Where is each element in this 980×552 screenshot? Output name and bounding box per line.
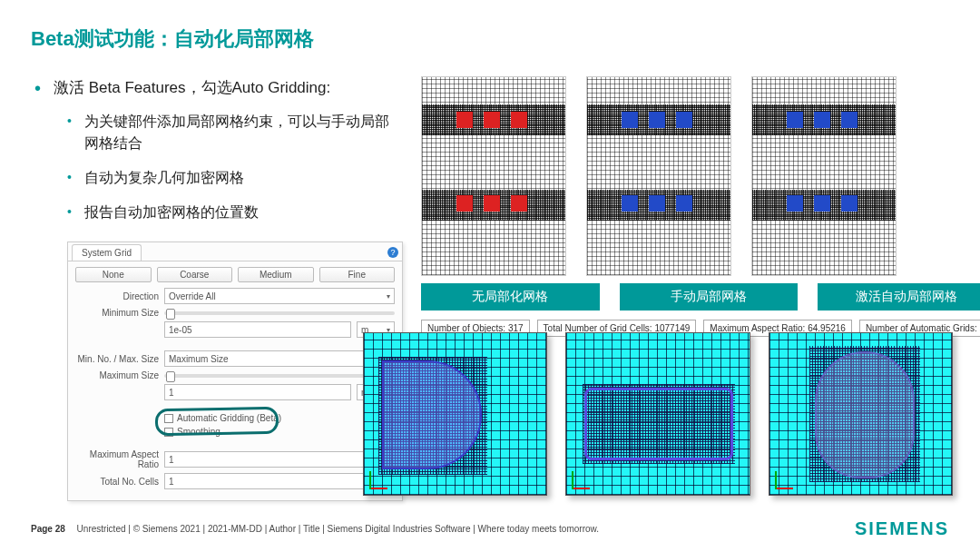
footer-meta: Page 28 Unrestricted | © Siemens 2021 | … bbox=[31, 524, 599, 534]
system-grid-panel: System Grid ? None Coarse Medium Fine Di… bbox=[67, 242, 403, 501]
bullet-dot-icon: • bbox=[67, 111, 72, 154]
max-size-slider[interactable] bbox=[164, 374, 395, 378]
tab-system-grid[interactable]: System Grid bbox=[72, 244, 142, 261]
sub-bullet: •为关键部件添加局部网格约束，可以与手动局部网格结合 bbox=[67, 111, 403, 154]
checkbox-icon bbox=[164, 414, 173, 423]
label-min-max: Min. No. / Max. Size bbox=[75, 354, 159, 364]
grid-preview-manual bbox=[586, 76, 731, 276]
min-max-select[interactable]: Maximum Size bbox=[164, 350, 395, 367]
preset-fine-button[interactable]: Fine bbox=[319, 267, 396, 282]
label-direction: Direction bbox=[75, 291, 159, 301]
bullet-dot-icon: • bbox=[34, 76, 41, 100]
bullet-dot-icon: • bbox=[67, 167, 72, 189]
caption-auto: 激活自动局部网格 bbox=[818, 283, 980, 310]
bullet-main: • 激活 Beta Features，勾选Auto Gridding: bbox=[34, 76, 403, 100]
min-size-slider[interactable] bbox=[164, 311, 395, 315]
model-preview-dome bbox=[363, 332, 547, 496]
model-preview-rect bbox=[565, 332, 750, 496]
max-aspect-field[interactable]: 1 bbox=[164, 451, 395, 468]
label-total-cells: Total No. Cells bbox=[75, 477, 159, 487]
sub-bullet-text: 为关键部件添加局部网格约束，可以与手动局部网格结合 bbox=[84, 111, 403, 154]
axis-icon bbox=[775, 466, 799, 489]
auto-gridding-checkbox[interactable]: Automatic Gridding (Beta) bbox=[164, 413, 281, 423]
slide-title: Beta测试功能：自动化局部网格 bbox=[31, 25, 949, 53]
label-max-aspect: Maximum Aspect Ratio bbox=[75, 449, 159, 469]
caption-manual: 手动局部网格 bbox=[620, 283, 799, 310]
sub-bullet-text: 报告自动加密网格的位置数 bbox=[84, 202, 259, 223]
direction-select[interactable]: Override All bbox=[164, 288, 395, 304]
grid-preview-none bbox=[421, 76, 566, 276]
axis-icon bbox=[369, 466, 393, 489]
total-cells-field: 1 bbox=[164, 473, 395, 489]
bullet-dot-icon: • bbox=[67, 202, 72, 223]
footer-text: Unrestricted | © Siemens 2021 | 2021-MM-… bbox=[77, 524, 599, 534]
preset-medium-button[interactable]: Medium bbox=[238, 267, 314, 282]
caption-none: 无局部化网格 bbox=[421, 283, 600, 310]
page-number: Page 28 bbox=[31, 524, 65, 534]
bullet-main-text: 激活 Beta Features，勾选Auto Gridding: bbox=[54, 76, 330, 100]
preset-none-button[interactable]: None bbox=[75, 267, 152, 282]
grid-preview-auto bbox=[751, 76, 897, 276]
min-size-field[interactable]: 1e-05 bbox=[164, 321, 351, 338]
help-icon[interactable]: ? bbox=[387, 247, 398, 258]
axis-icon bbox=[572, 466, 595, 489]
sub-bullet: •自动为复杂几何加密网格 bbox=[67, 167, 403, 189]
sub-bullet-text: 自动为复杂几何加密网格 bbox=[84, 167, 244, 189]
model-preview-head bbox=[769, 332, 953, 496]
label-max-size: Maximum Size bbox=[75, 370, 159, 380]
label-min-size: Minimum Size bbox=[75, 308, 159, 318]
auto-gridding-label: Automatic Gridding (Beta) bbox=[177, 413, 281, 423]
max-size-field[interactable]: 1 bbox=[164, 384, 351, 400]
siemens-logo: SIEMENS bbox=[855, 518, 949, 539]
preset-coarse-button[interactable]: Coarse bbox=[157, 267, 233, 282]
sub-bullet: •报告自动加密网格的位置数 bbox=[67, 202, 403, 223]
